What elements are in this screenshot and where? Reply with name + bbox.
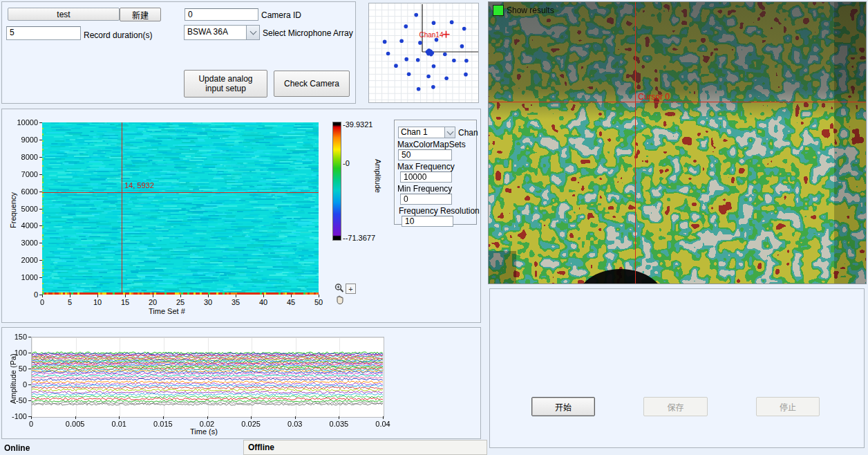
camera-cursor-hline[interactable] — [489, 102, 866, 102]
x-tick-mark — [75, 416, 76, 419]
spectrogram-cursor-label: 14, 5932 — [124, 181, 154, 189]
x-tick-label: 0.015 — [149, 420, 177, 428]
mic-array-value: BSWA 36A — [184, 25, 246, 40]
x-tick-label: 25 — [167, 298, 194, 306]
x-tick-label: 35 — [222, 298, 249, 306]
y-tick-label: 3000 — [8, 239, 38, 247]
freq-res-input[interactable]: 10 — [402, 216, 453, 227]
spectrogram-cursor-vline[interactable] — [122, 122, 122, 295]
y-tick-mark — [39, 192, 42, 192]
mic-point — [383, 40, 387, 44]
update-analog-button[interactable]: Update analog input setup — [184, 70, 267, 98]
mic-array-select[interactable]: BSWA 36A — [184, 25, 260, 40]
new-button[interactable]: 新建 — [120, 8, 161, 21]
record-duration-label: Record duration(s) — [84, 30, 152, 40]
y-tick-label: 9000 — [8, 136, 38, 144]
mic-array-svg: Chan14 — [369, 3, 478, 102]
y-tick-mark — [28, 369, 31, 369]
camera-view[interactable]: Cursor 0 Show results — [488, 1, 867, 284]
stop-button[interactable]: 停止 — [756, 397, 820, 416]
record-duration-input[interactable]: 5 — [6, 26, 81, 40]
y-tick-label: 2000 — [8, 256, 38, 264]
freq-res-label: Frequency Resolution — [399, 206, 480, 216]
x-tick-label: 0.035 — [325, 420, 352, 428]
spectrogram-cursor-hline[interactable] — [42, 192, 319, 193]
spectrogram-canvas[interactable] — [42, 122, 319, 295]
mic-point — [394, 64, 398, 68]
chevron-down-icon[interactable] — [246, 25, 260, 40]
x-tick-label: 40 — [249, 298, 277, 306]
mic-point — [426, 75, 431, 79]
y-tick-label: -50 — [0, 396, 27, 405]
chan-select[interactable]: Chan 1 — [398, 127, 455, 138]
x-tick-label: 0.005 — [62, 420, 89, 428]
setup-panel: test 新建 5 Record duration(s) 0 Camera ID… — [1, 1, 356, 104]
mic-array-label: Select Microphone Array — [263, 28, 353, 38]
action-panel: 开始 保存 停止 — [489, 288, 865, 448]
x-tick-label: 10 — [84, 298, 111, 306]
y-tick-mark — [39, 243, 42, 243]
y-tick-mark — [28, 337, 31, 337]
x-tick-mark — [236, 295, 236, 297]
max-freq-input[interactable]: 10000 — [400, 171, 452, 183]
y-tick-label: 8000 — [8, 153, 38, 161]
pan-tool-icon[interactable] — [334, 295, 345, 307]
mic-point — [443, 53, 447, 57]
y-tick-mark — [28, 353, 31, 353]
spectrogram-xlabel: Time Set # — [149, 307, 185, 315]
x-tick-mark — [319, 295, 319, 297]
x-tick-label: 0 — [28, 298, 56, 306]
mic-point — [416, 58, 420, 62]
chevron-down-icon[interactable] — [444, 127, 455, 138]
x-tick-mark — [163, 416, 164, 419]
mic-array-plot[interactable]: Chan14 — [368, 3, 479, 103]
max-freq-label: Max Frequency — [397, 162, 455, 171]
tab-offline-label: Offline — [248, 443, 274, 452]
x-tick-label: 0 — [17, 420, 45, 428]
waveform-canvas[interactable] — [31, 337, 384, 418]
check-camera-button[interactable]: Check Camera — [274, 71, 350, 97]
x-tick-mark — [42, 295, 43, 297]
tab-offline[interactable]: Offline — [243, 440, 487, 455]
mic-point — [399, 39, 404, 43]
test-name-field[interactable]: test — [8, 8, 120, 21]
x-tick-mark — [207, 416, 208, 419]
show-results-checkbox[interactable] — [493, 5, 504, 16]
x-tick-mark — [97, 295, 98, 297]
beamform-heatmap-canvas[interactable] — [489, 2, 866, 284]
chan-control-box: Chan 1 Chan MaxColorMapSets 50 Max Frequ… — [394, 120, 477, 225]
cursor-tool-button[interactable]: + — [346, 284, 356, 294]
camera-cursor-vline[interactable] — [635, 2, 636, 284]
show-results-label: Show results — [507, 6, 554, 15]
min-freq-input[interactable]: 0 — [400, 194, 452, 205]
mic-point — [464, 73, 468, 77]
x-tick-label: 0.02 — [194, 420, 221, 428]
y-tick-label: 6000 — [8, 187, 38, 196]
mic-point — [417, 87, 421, 91]
tab-online[interactable]: Online — [4, 443, 30, 453]
y-tick-label: 50 — [0, 364, 27, 373]
x-tick-mark — [339, 416, 339, 419]
colorbar-zero-label: -0 — [343, 159, 350, 167]
min-freq-label: Min Frequency — [397, 184, 452, 194]
start-button[interactable]: 开始 — [531, 397, 595, 416]
y-tick-label: 10000 — [8, 118, 38, 127]
camera-id-label: Camera ID — [261, 10, 301, 20]
mic-point — [444, 76, 449, 80]
y-tick-mark — [39, 157, 42, 158]
y-tick-mark — [28, 384, 31, 385]
x-tick-mark — [70, 295, 70, 297]
x-tick-mark — [208, 295, 209, 297]
save-button[interactable]: 保存 — [643, 397, 708, 416]
waveform-xlabel: Time (s) — [190, 427, 218, 436]
max-colormap-input[interactable]: 50 — [398, 149, 452, 160]
mic-point — [450, 20, 454, 24]
colorbar — [332, 122, 341, 241]
mic-point — [431, 85, 435, 89]
mic-point — [414, 13, 418, 17]
colorbar-max-label: -39.9321 — [343, 120, 372, 129]
mic-point — [462, 27, 466, 31]
y-tick-mark — [39, 225, 42, 226]
camera-id-input[interactable]: 0 — [185, 8, 258, 21]
x-tick-label: 20 — [139, 298, 167, 306]
